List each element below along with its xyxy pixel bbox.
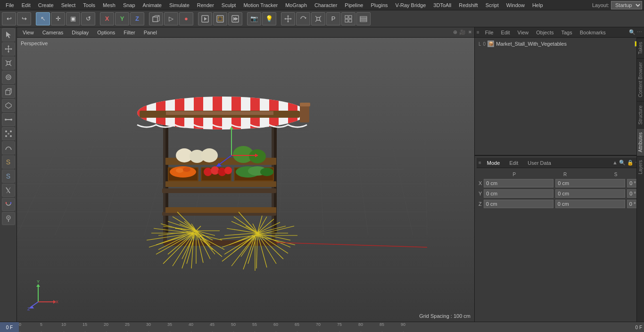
menu-3dtoall[interactable]: 3DToAll: [429, 0, 455, 10]
viewport-filter-menu[interactable]: Filter: [120, 27, 139, 38]
rm-objects-tab[interactable]: Objects: [532, 27, 557, 38]
move-tool-sidebar-button[interactable]: [2, 42, 15, 56]
menu-window[interactable]: Window: [503, 0, 528, 10]
viewport-light-icon[interactable]: ☀: [468, 29, 472, 35]
record-button[interactable]: ●: [179, 12, 193, 25]
menu-script[interactable]: Script: [482, 0, 503, 10]
rm-view-tab[interactable]: View: [514, 27, 533, 38]
menu-redshift[interactable]: Redshift: [455, 0, 481, 10]
menu-select[interactable]: Select: [58, 0, 80, 10]
viewport[interactable]: Perspective Grid Spacing : 100 cm Y X Z: [17, 38, 474, 322]
menu-create[interactable]: Create: [34, 0, 58, 10]
brush-button[interactable]: [2, 212, 15, 225]
global-rotate-button[interactable]: [296, 12, 310, 25]
attr-lock-icon[interactable]: 🔒: [627, 160, 634, 166]
camera-button[interactable]: 📷: [247, 12, 261, 25]
x-rot-input[interactable]: [555, 179, 625, 187]
menu-motiontracker[interactable]: Motion Tracker: [239, 0, 281, 10]
menu-sculpt[interactable]: Sculpt: [218, 0, 240, 10]
vtab-takes[interactable]: Takes: [637, 38, 644, 58]
scale-tool-button[interactable]: ▣: [66, 12, 80, 25]
tick-90: 90: [401, 322, 405, 332]
menu-plugins[interactable]: Plugins: [367, 0, 391, 10]
x-pos-input[interactable]: [484, 179, 553, 187]
scale-sidebar-button[interactable]: [2, 57, 15, 70]
viewport-view-menu[interactable]: View: [19, 27, 38, 38]
y-pos-input[interactable]: [484, 189, 553, 198]
attr-up-icon[interactable]: ▲: [612, 160, 618, 166]
edge-mode-button[interactable]: [2, 113, 15, 126]
object-item[interactable]: L 0 📦 Market_Stall_With_Vegetables: [477, 40, 642, 48]
rm-search-icon[interactable]: 🔍: [629, 29, 636, 35]
magnet-button[interactable]: [2, 198, 15, 211]
rm-bookmarks-tab[interactable]: Bookmarks: [576, 27, 610, 38]
render-all-button[interactable]: [228, 12, 242, 25]
menu-animate[interactable]: Animate: [139, 0, 165, 10]
play-button[interactable]: ▷: [164, 12, 178, 25]
select-tool-button[interactable]: ↖: [36, 12, 50, 25]
menu-file[interactable]: File: [2, 0, 18, 10]
menu-render[interactable]: Render: [193, 0, 218, 10]
rm-tags-tab[interactable]: Tags: [558, 27, 576, 38]
render-button[interactable]: [198, 12, 212, 25]
vtab-content-browser[interactable]: Content Browser: [637, 58, 644, 101]
menu-simulate[interactable]: Simulate: [165, 0, 193, 10]
z-axis-button[interactable]: Z: [130, 12, 144, 25]
object-sidebar-button[interactable]: [2, 85, 15, 98]
viewport-display-menu[interactable]: Display: [68, 27, 92, 38]
tick-15: 15: [83, 322, 87, 332]
layout-select[interactable]: Startup: [611, 1, 642, 9]
viewport-cameras-menu[interactable]: Cameras: [39, 27, 67, 38]
y-axis-button[interactable]: Y: [115, 12, 129, 25]
object-coords-button[interactable]: P: [326, 12, 340, 25]
redo-button[interactable]: ↪: [17, 12, 31, 25]
attr-search-icon[interactable]: 🔍: [619, 160, 626, 166]
move-tool-button[interactable]: ✛: [51, 12, 65, 25]
z-rot-input[interactable]: [555, 200, 625, 208]
menu-snap[interactable]: Snap: [119, 0, 139, 10]
global-move-button[interactable]: [281, 12, 295, 25]
menu-mograph[interactable]: MoGraph: [281, 0, 311, 10]
menu-edit[interactable]: Edit: [18, 0, 34, 10]
menu-mesh[interactable]: Mesh: [99, 0, 119, 10]
z-pos-input[interactable]: [484, 200, 553, 208]
global-scale-button[interactable]: [311, 12, 325, 25]
menu-vray[interactable]: V-Ray Bridge: [392, 0, 430, 10]
viewport-expand-icon[interactable]: ⊕: [453, 29, 457, 35]
undo-button[interactable]: ↩: [2, 12, 16, 25]
grid-button[interactable]: [341, 12, 355, 25]
menu-tools[interactable]: Tools: [79, 0, 99, 10]
rotate-sidebar-button[interactable]: [2, 71, 15, 84]
menu-help[interactable]: Help: [528, 0, 547, 10]
vtab-layers[interactable]: Layers: [637, 156, 644, 178]
deformer-button[interactable]: S: [2, 155, 15, 169]
timeline-ruler[interactable]: 0 5 10 15 20 25 30 35 40 45 50 55 60 65 …: [0, 322, 644, 332]
knife-button[interactable]: [2, 184, 15, 197]
vtab-structure[interactable]: Structure: [637, 101, 644, 129]
attr-mode-tab[interactable]: Mode: [483, 158, 504, 168]
menu-character[interactable]: Character: [311, 0, 341, 10]
vtab-attributes[interactable]: Attributes: [637, 128, 644, 156]
rotate-tool-button[interactable]: ↺: [81, 12, 95, 25]
menu-pipeline[interactable]: Pipeline: [341, 0, 367, 10]
layer-button[interactable]: [356, 12, 371, 25]
attr-edit-tab[interactable]: Edit: [505, 158, 522, 168]
cube-button[interactable]: [149, 12, 163, 25]
rm-more-icon[interactable]: ⋯: [637, 29, 642, 35]
y-rot-input[interactable]: [555, 189, 625, 198]
spline-tool-button[interactable]: [2, 141, 15, 154]
point-mode-button[interactable]: [2, 127, 15, 140]
render-region-button[interactable]: [213, 12, 227, 25]
polygon-mode-button[interactable]: [2, 99, 15, 112]
viewport-camera-icon[interactable]: 🎥: [459, 29, 466, 35]
viewport-panel-menu[interactable]: Panel: [140, 27, 161, 38]
rm-file-tab[interactable]: File: [481, 27, 497, 38]
x-axis-button[interactable]: X: [100, 12, 114, 25]
light-button[interactable]: 💡: [262, 12, 276, 25]
svg-point-66: [8, 217, 9, 219]
viewport-options-menu[interactable]: Options: [93, 27, 119, 38]
rm-edit-tab[interactable]: Edit: [497, 27, 514, 38]
pointer-tool-button[interactable]: [2, 28, 15, 41]
smooth-button[interactable]: S: [2, 170, 15, 183]
attr-userdata-tab[interactable]: User Data: [524, 158, 555, 168]
